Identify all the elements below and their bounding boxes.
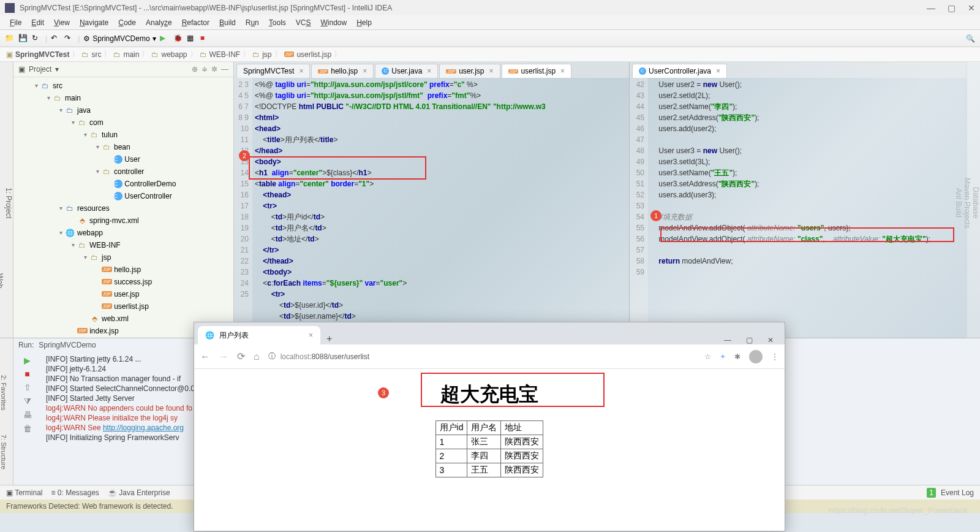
tab-hello[interactable]: JSPhello.jsp× [311,64,374,78]
chevron-down-icon[interactable]: ▾ [55,65,59,74]
trash-icon[interactable]: 🗑 [23,424,32,433]
editor-right-code[interactable]: 42 43 44 45 46 47 48 49 50 51 52 53 54 5… [630,78,967,338]
menu-analyze[interactable]: Analyze [141,18,177,27]
class-icon: C [114,180,123,188]
code-body[interactable]: User user2 = new User(); user2.setId(2L)… [648,78,967,338]
tree-controller[interactable]: ▾🗀controller [13,165,233,178]
menu-icon[interactable]: ⋮ [771,352,778,361]
tree-springmvc[interactable]: ⬘spring-mvc.xml [13,215,233,227]
undo-icon[interactable]: ↶ [51,34,61,44]
tree-tulun[interactable]: ▾🗀tulun [13,129,233,141]
tree-jsp[interactable]: ▾🗀jsp [13,251,233,264]
redo-icon[interactable]: ↷ [64,34,74,44]
menu-build[interactable]: Build [214,18,241,27]
gutter-favorites[interactable]: 2: Favorites [0,338,7,410]
stop-icon[interactable]: ■ [200,34,210,44]
rerun-icon[interactable]: ▶ [24,355,31,365]
print-icon[interactable]: 🖶 [23,410,32,420]
tree-main[interactable]: ▾🗀main [13,92,233,104]
new-tab-button[interactable]: + [320,333,338,344]
crumb-5[interactable]: jsp [262,50,271,59]
browser-tab[interactable]: 🌐 用户列表 × [198,326,320,344]
tree-src[interactable]: ▾🗀src [13,80,233,92]
menu-code[interactable]: Code [113,18,141,27]
gutter-web[interactable]: Web [0,227,4,334]
avatar-icon[interactable] [749,350,763,363]
menu-help[interactable]: Help [352,18,377,27]
menu-run[interactable]: Run [241,18,264,27]
tab-user[interactable]: CUser.java× [375,64,438,78]
menu-vcs[interactable]: VCS [291,18,316,27]
stop-icon[interactable]: ■ [24,369,29,379]
gear-icon[interactable]: ✲ [211,65,217,74]
gutter-structure[interactable]: 7: Structure [0,410,7,469]
tab-springmvctest[interactable]: SpringMVCTest× [236,64,310,78]
url-input[interactable]: ⓘ localhost:8088/user/userlist [268,351,696,362]
menu-edit[interactable]: Edit [26,18,49,27]
gutter-project[interactable]: 1: Project [4,72,13,334]
run-config-selector[interactable]: ⚙ SpringMVCDemo ▾ [83,34,156,43]
tree-hello[interactable]: JSP hello.jsp [13,264,233,276]
editor-left-code[interactable]: 2 3 4 5 6 7 8 9 10 11 12 13 14 15 16 17 … [234,78,629,338]
crumb-1[interactable]: src [91,50,101,59]
tab-usercontroller[interactable]: CUserController.java× [632,64,727,78]
tree-java[interactable]: ▾🗀java [13,104,233,116]
browser-maximize-icon[interactable]: ▢ [746,336,753,344]
extensions-icon[interactable]: ✱ [734,352,741,361]
eventlog-btn[interactable]: Event Log [941,488,974,497]
save-icon[interactable]: 💾 [18,34,28,44]
menu-file[interactable]: FFileile [5,18,26,27]
bird-icon[interactable]: ✦ [720,352,726,361]
menu-window[interactable]: Window [315,18,352,27]
maximize-icon[interactable]: ▢ [948,3,956,13]
menu-navigate[interactable]: Navigate [75,18,113,27]
terminal-btn[interactable]: ▣ Terminal [6,488,42,497]
code-body[interactable]: <%@ taglib uri="http://java.sun.com/jsp/… [252,78,629,338]
reload-icon[interactable]: ⟳ [237,351,245,362]
browser-minimize-icon[interactable]: — [724,336,731,344]
minimize-icon[interactable]: — [927,3,935,13]
tree-usercontroller[interactable]: C UserController [13,190,233,202]
tree-userlist[interactable]: JSP userlist.jsp [13,300,233,313]
tree-com[interactable]: ▾🗀com [13,116,233,129]
tree-bean[interactable]: ▾🗀bean [13,141,233,153]
collapse-icon[interactable]: ≑ [202,65,208,74]
star-icon[interactable]: ☆ [704,352,711,361]
tree-webapp[interactable]: ▾🌐webapp [13,227,233,239]
refresh-icon[interactable]: ↻ [32,34,42,44]
crumb-6[interactable]: userlist.jsp [296,50,331,59]
close-tab-icon[interactable]: × [309,331,313,340]
open-icon[interactable]: 📁 [5,34,15,44]
tree-controllerdemo[interactable]: C ControllerDemo [13,178,233,190]
browser-close-icon[interactable]: ✕ [767,336,774,344]
crumb-0[interactable]: SpringMVCTest [15,50,69,59]
tree-user[interactable]: C User [13,153,233,165]
home-icon[interactable]: ⌂ [254,351,260,362]
crumb-3[interactable]: webapp [161,50,187,59]
run-icon[interactable]: ▶ [160,34,170,44]
close-icon[interactable]: ✕ [968,3,975,13]
menu-view[interactable]: View [49,18,75,27]
tree-success[interactable]: JSP success.jsp [13,276,233,288]
debug-icon[interactable]: 🐞 [173,34,183,44]
search-icon[interactable]: 🔍 [966,34,975,43]
coverage-icon[interactable]: ▦ [187,34,197,44]
tree-userjsp[interactable]: JSP user.jsp [13,288,233,300]
tree-resources[interactable]: ▾🗀resources [13,202,233,215]
menu-refactor[interactable]: Refactor [177,18,214,27]
messages-btn[interactable]: ≡ 0: Messages [51,488,99,497]
tab-userlist[interactable]: JSPuserlist.jsp× [502,64,572,78]
up-icon[interactable]: ⇧ [24,382,31,392]
crumb-4[interactable]: WEB-INF [209,50,241,59]
filter-icon[interactable]: ⧩ [24,396,31,406]
target-icon[interactable]: ⊕ [192,65,198,74]
hide-icon[interactable]: — [221,65,228,74]
crumb-2[interactable]: main [123,50,139,59]
tab-userjsp[interactable]: JSPuser.jsp× [439,64,500,78]
forward-icon[interactable]: → [219,351,228,362]
java-ee-btn[interactable]: ☕ Java Enterprise [108,488,170,497]
back-icon[interactable]: ← [200,351,210,362]
jsp-icon: JSP [102,279,112,284]
menu-tools[interactable]: Tools [264,18,291,27]
tree-webinf[interactable]: ▾🗀WEB-INF [13,239,233,251]
